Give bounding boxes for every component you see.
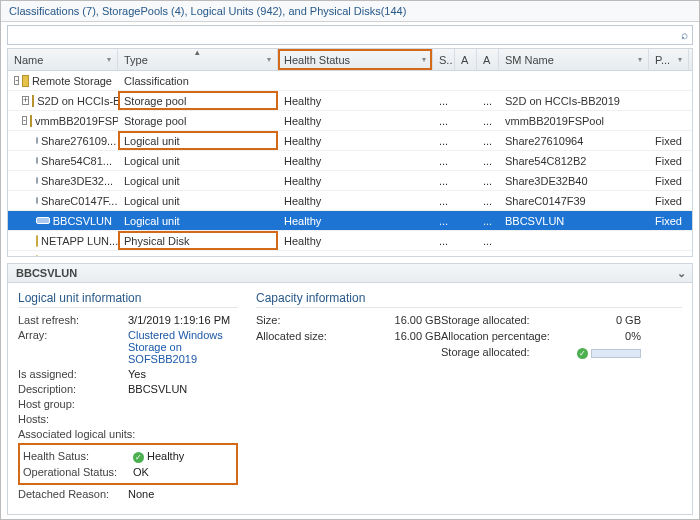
cell-s: ... bbox=[433, 211, 455, 230]
col-a1[interactable]: A bbox=[455, 49, 477, 70]
details-panel-title: BBCSVLUN bbox=[16, 267, 77, 279]
progress-bar bbox=[591, 349, 641, 358]
cell-s: ... bbox=[433, 91, 455, 110]
cell-type: Logical unit bbox=[118, 211, 278, 230]
cell-health: Healthy bbox=[278, 111, 433, 130]
col-type[interactable]: Type▾ bbox=[118, 49, 278, 70]
status-callout: Health Satus:✓Healthy Operational Status… bbox=[18, 443, 238, 485]
table-row[interactable]: -vmmBB2019FSP...Storage poolHealthy.....… bbox=[8, 111, 692, 131]
cell-s: ... bbox=[433, 131, 455, 150]
grid-body[interactable]: -Remote StorageClassification+S2D on HCC… bbox=[8, 71, 692, 256]
physical-disk-icon bbox=[36, 235, 38, 247]
cell-s: ... bbox=[433, 251, 455, 256]
table-row[interactable]: Share276109...Logical unitHealthy......S… bbox=[8, 131, 692, 151]
details-panel-header[interactable]: BBCSVLUN ⌄ bbox=[7, 263, 693, 283]
chevron-down-icon: ▾ bbox=[267, 55, 271, 64]
value-host-group bbox=[128, 398, 238, 410]
details-panel: Logical unit information Last refresh:3/… bbox=[7, 283, 693, 515]
row-name: NETAPP LUN... bbox=[41, 235, 118, 247]
storage-pool-icon bbox=[30, 115, 32, 127]
chevron-down-icon: ▾ bbox=[422, 55, 426, 64]
cell-a2: ... bbox=[477, 111, 499, 130]
search-icon: ⌕ bbox=[681, 28, 688, 42]
logical-unit-info: Logical unit information Last refresh:3/… bbox=[18, 291, 238, 502]
chevron-down-icon: ▾ bbox=[107, 55, 111, 64]
label-associated-lus: Associated logical units: bbox=[18, 428, 135, 440]
cell-sm bbox=[499, 251, 649, 256]
cell-p bbox=[649, 251, 689, 256]
value-operational-status: OK bbox=[133, 466, 233, 478]
expand-icon[interactable]: + bbox=[22, 96, 29, 105]
chevron-down-icon: ⌄ bbox=[677, 267, 686, 280]
ok-icon: ✓ bbox=[133, 452, 144, 463]
section-header-lui: Logical unit information bbox=[18, 291, 238, 308]
search-input[interactable]: ⌕ bbox=[7, 25, 693, 45]
table-row[interactable]: NETAPP LUN...Physical DiskHealthy...... bbox=[8, 231, 692, 251]
cell-a2 bbox=[477, 71, 499, 90]
label-is-assigned: Is assigned: bbox=[18, 368, 128, 380]
label-hosts: Hosts: bbox=[18, 413, 128, 425]
cell-type: Physical Disk bbox=[118, 251, 278, 256]
col-p[interactable]: P...▾ bbox=[649, 49, 689, 70]
cell-a1 bbox=[455, 211, 477, 230]
table-row[interactable]: BBCSVLUNLogical unitHealthy......BBCSVLU… bbox=[8, 211, 692, 231]
cell-type: Storage pool bbox=[118, 111, 278, 130]
table-row[interactable]: NETAPP LUN...Physical DiskHealthy...... bbox=[8, 251, 692, 256]
cell-a2: ... bbox=[477, 191, 499, 210]
cell-health bbox=[278, 71, 433, 90]
cell-a2: ... bbox=[477, 251, 499, 256]
row-name: S2D on HCCIs-B... bbox=[37, 95, 118, 107]
ok-icon: ✓ bbox=[577, 348, 588, 359]
col-scroll-gutter bbox=[689, 49, 700, 70]
cell-a2: ... bbox=[477, 211, 499, 230]
label-allocated-size: Allocated size: bbox=[256, 330, 351, 342]
row-name: Share54C81... bbox=[41, 155, 112, 167]
value-storage-allocated: 0 GB bbox=[571, 314, 641, 326]
cell-type: Physical Disk bbox=[118, 231, 278, 250]
label-storage-allocated-2: Storage allocated: bbox=[441, 346, 571, 359]
table-row[interactable]: Share3DE32...Logical unitHealthy......Sh… bbox=[8, 171, 692, 191]
table-row[interactable]: -Remote StorageClassification bbox=[8, 71, 692, 91]
cell-sm: BBCSVLUN bbox=[499, 211, 649, 230]
physical-disk-icon bbox=[36, 255, 38, 257]
logical-unit-icon bbox=[36, 217, 50, 224]
value-array[interactable]: Clustered Windows Storage on SOFSBB2019 bbox=[128, 329, 238, 365]
cell-a2: ... bbox=[477, 171, 499, 190]
cell-a1 bbox=[455, 131, 477, 150]
cell-s: ... bbox=[433, 151, 455, 170]
label-health-status: Health Satus: bbox=[23, 450, 133, 463]
chevron-down-icon: ▾ bbox=[678, 55, 682, 64]
col-a2[interactable]: A bbox=[477, 49, 499, 70]
cell-p: Fixed bbox=[649, 151, 689, 170]
label-last-refresh: Last refresh: bbox=[18, 314, 128, 326]
cell-a2: ... bbox=[477, 91, 499, 110]
cell-sm: S2D on HCCIs-BB2019 bbox=[499, 91, 649, 110]
row-name: Share276109... bbox=[41, 135, 116, 147]
value-last-refresh: 3/1/2019 1:19:16 PM bbox=[128, 314, 238, 326]
label-storage-allocated: Storage allocated: bbox=[441, 314, 571, 326]
cell-a2: ... bbox=[477, 231, 499, 250]
cell-p bbox=[649, 91, 689, 110]
col-name[interactable]: Name▾ bbox=[8, 49, 118, 70]
collapse-icon[interactable]: - bbox=[14, 76, 19, 85]
storage-pool-icon bbox=[32, 95, 34, 107]
value-hosts bbox=[128, 413, 238, 425]
row-name: NETAPP LUN... bbox=[41, 255, 118, 257]
cell-p: Fixed bbox=[649, 191, 689, 210]
col-sm-name[interactable]: SM Name▾ bbox=[499, 49, 649, 70]
table-row[interactable]: Share54C81...Logical unitHealthy......Sh… bbox=[8, 151, 692, 171]
col-health-status[interactable]: Health Status▾ bbox=[278, 49, 433, 70]
value-is-assigned: Yes bbox=[128, 368, 238, 380]
cell-health: Healthy bbox=[278, 191, 433, 210]
row-name: Remote Storage bbox=[32, 75, 112, 87]
table-row[interactable]: +S2D on HCCIs-B...Storage poolHealthy...… bbox=[8, 91, 692, 111]
value-size: 16.00 GB bbox=[351, 314, 441, 326]
cell-type: Storage pool bbox=[118, 91, 278, 110]
cell-sm: vmmBB2019FSPool bbox=[499, 111, 649, 130]
value-description: BBCSVLUN bbox=[128, 383, 238, 395]
cell-sm: Share27610964 bbox=[499, 131, 649, 150]
collapse-icon[interactable]: - bbox=[22, 116, 27, 125]
cell-s: ... bbox=[433, 171, 455, 190]
col-s[interactable]: S.. bbox=[433, 49, 455, 70]
table-row[interactable]: ShareC0147F...Logical unitHealthy......S… bbox=[8, 191, 692, 211]
